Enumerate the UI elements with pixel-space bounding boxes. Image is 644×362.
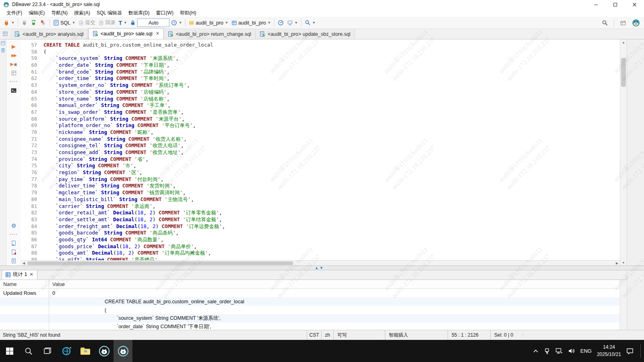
code-line: 66 `manual_order` String COMMENT '手工单', bbox=[21, 102, 620, 109]
editor-tab-2[interactable]: <audit_bi_pro> return_change.sql bbox=[164, 29, 256, 39]
line-number: 69 bbox=[21, 122, 43, 129]
execute-script-button[interactable]: ▶▶ bbox=[6, 51, 21, 60]
tray-chevron-up-icon[interactable] bbox=[533, 349, 539, 353]
menu-item-1[interactable]: 编辑(E) bbox=[25, 10, 48, 16]
schema-name: audit_bi_pro bbox=[238, 20, 266, 26]
menu-item-4[interactable]: SQL 编辑器 bbox=[93, 10, 125, 16]
rollback-button[interactable]: 回滚 bbox=[97, 18, 117, 28]
close-button[interactable] bbox=[625, 0, 644, 9]
invalidate-connection-button[interactable] bbox=[39, 18, 48, 28]
tab-close-icon[interactable]: ✕ bbox=[156, 31, 159, 36]
commit-mode-select[interactable]: Auto bbox=[137, 19, 169, 27]
scroll-up-arrow[interactable]: ▲ bbox=[620, 39, 627, 45]
sql-editor[interactable]: 57CREATE TABLE audit_bi_pro.custom_onlin… bbox=[21, 39, 620, 265]
execute-statement-button[interactable]: ▶ bbox=[6, 42, 21, 51]
new-connection-button[interactable]: ▼ bbox=[2, 18, 16, 28]
status-write-mode[interactable]: 可写 bbox=[333, 330, 385, 340]
input-language-indicator[interactable]: ENG bbox=[580, 348, 592, 354]
database-navigator-icon[interactable] bbox=[1, 48, 5, 53]
internet-explorer-button[interactable] bbox=[57, 340, 76, 362]
code-line: 77 `pay_time` String COMMENT '付款时间', bbox=[21, 176, 620, 183]
code-text: `store_code` String COMMENT '店铺编码', bbox=[43, 89, 169, 96]
transaction-log-button[interactable]: T ▼ bbox=[117, 18, 128, 28]
quick-access-search-button[interactable] bbox=[600, 18, 610, 28]
transaction-timeout-button[interactable]: ▼ bbox=[169, 18, 184, 28]
dbeaver-app-button[interactable] bbox=[95, 340, 114, 362]
explain-plan-button[interactable] bbox=[6, 68, 21, 77]
line-number: 70 bbox=[21, 129, 43, 136]
menu-item-2[interactable]: 导航(N) bbox=[48, 10, 71, 16]
reconnect-button[interactable] bbox=[29, 18, 39, 28]
data-search-button[interactable]: ▼ bbox=[303, 18, 317, 28]
restore-view-icon[interactable] bbox=[1, 41, 5, 45]
menu-item-0[interactable]: 文件(F) bbox=[3, 10, 25, 16]
usb-tray-icon[interactable] bbox=[544, 348, 550, 354]
editor-tab-1[interactable]: <audit_bi_pro> sale.sql✕ bbox=[88, 28, 164, 39]
sql-label: SQL bbox=[60, 20, 70, 26]
stats-row[interactable]: CREATE TABLE audit_bi_pro.custom_online_… bbox=[0, 297, 620, 306]
commit-button[interactable]: 提交 bbox=[77, 18, 97, 28]
volume-tray-icon[interactable] bbox=[568, 348, 575, 354]
load-script-button[interactable] bbox=[6, 239, 21, 248]
vertical-scrollbar[interactable]: ▲ ▼ bbox=[620, 39, 627, 265]
sql-editor-button[interactable]: SQL ▼ bbox=[52, 18, 77, 28]
open-console-button[interactable] bbox=[6, 86, 21, 95]
menu-item-5[interactable]: 数据库(D) bbox=[125, 10, 153, 16]
editor-tab-0[interactable]: <audit_bi_pro> analysis.sql bbox=[10, 29, 88, 39]
tab-statistics[interactable]: 统计 1 ✕ bbox=[2, 270, 37, 280]
horizontal-scroll-thumb[interactable] bbox=[27, 261, 293, 265]
schema-select[interactable]: audit_bi_pro ▼ bbox=[230, 18, 272, 28]
system-tray: ENG 14:24 2025/10/21 bbox=[533, 340, 641, 362]
panel-splitter[interactable]: ▲▼ bbox=[0, 265, 644, 270]
network-tray-icon[interactable] bbox=[555, 348, 563, 354]
minimize-button[interactable] bbox=[586, 0, 605, 9]
action-center-icon[interactable] bbox=[626, 348, 634, 354]
view-menu-icon[interactable] bbox=[0, 29, 10, 39]
file-explorer-button[interactable] bbox=[76, 340, 95, 362]
results-right-margin bbox=[627, 270, 644, 330]
sash-arrows[interactable]: ▲▼ bbox=[315, 266, 324, 270]
database-select[interactable]: audit_bi_pro ▼ bbox=[187, 18, 230, 28]
connection-lock-button[interactable] bbox=[128, 18, 137, 28]
vertical-scroll-thumb[interactable] bbox=[621, 58, 626, 87]
show-desktop-divider[interactable] bbox=[640, 344, 641, 358]
dashboard-button[interactable] bbox=[276, 18, 285, 28]
close-icon[interactable]: ✕ bbox=[29, 272, 33, 277]
menu-item-3[interactable]: 搜索(A) bbox=[71, 10, 93, 16]
maximize-button[interactable] bbox=[605, 0, 625, 9]
execute-new-tab-button[interactable]: ▶▣ bbox=[6, 60, 21, 68]
status-caret-position[interactable]: 55 : 1 : 2126 bbox=[448, 330, 490, 340]
menu-item-7[interactable]: 帮助(H) bbox=[177, 10, 200, 16]
perspective-button[interactable] bbox=[618, 18, 628, 28]
scroll-left-arrow[interactable]: ◀ bbox=[21, 261, 27, 265]
stats-row[interactable]: `order_date` String COMMENT '下单日期', bbox=[0, 323, 620, 330]
save-script-button[interactable] bbox=[6, 248, 21, 257]
column-header-name[interactable]: Name bbox=[0, 280, 49, 288]
sql-script-icon bbox=[53, 20, 59, 26]
dbeaver-active-app-button[interactable] bbox=[114, 340, 132, 362]
status-insert-mode[interactable]: 智能插入 bbox=[385, 330, 448, 340]
network-profile-button[interactable]: ▼ bbox=[285, 18, 299, 28]
menu-item-6[interactable]: 窗口(W) bbox=[153, 10, 177, 16]
horizontal-scrollbar[interactable]: ◀ ▶ bbox=[21, 260, 620, 265]
taskbar-search-button[interactable] bbox=[19, 340, 38, 362]
scroll-right-arrow[interactable]: ▶ bbox=[614, 261, 620, 265]
status-selection-info[interactable]: Sel: 0 | 0 bbox=[490, 330, 519, 340]
status-language[interactable]: zh bbox=[321, 330, 333, 340]
editor-settings-button[interactable]: ⚙ bbox=[6, 221, 21, 230]
code-line: 67 `is_swap_order` String COMMENT '是否换货单… bbox=[21, 109, 620, 116]
status-timezone[interactable]: CST bbox=[307, 330, 321, 340]
stats-row[interactable]: `source_system` String COMMENT '来源系统', bbox=[0, 314, 620, 323]
editor-tab-3[interactable]: <audit_bi_pro> update_sbz_store.sql bbox=[256, 29, 355, 39]
column-header-value[interactable]: Value bbox=[49, 280, 620, 288]
start-button[interactable] bbox=[0, 340, 19, 362]
stats-row[interactable]: Updated Rows0 bbox=[0, 289, 620, 297]
scroll-down-arrow[interactable]: ▼ bbox=[620, 260, 627, 265]
disconnect-button[interactable] bbox=[20, 18, 29, 28]
task-view-button[interactable] bbox=[38, 340, 57, 362]
stats-row[interactable]: ( bbox=[0, 306, 620, 314]
dbeaver-account-avatar[interactable] bbox=[630, 18, 642, 28]
script-output-button[interactable] bbox=[6, 257, 21, 265]
results-vertical-scrollbar[interactable] bbox=[620, 280, 627, 330]
clock-date-display[interactable]: 14:24 2025/10/21 bbox=[597, 344, 621, 358]
